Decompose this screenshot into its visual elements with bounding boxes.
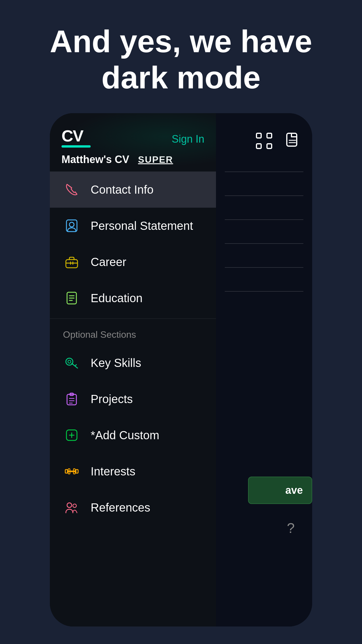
content-line-5	[225, 267, 303, 268]
sign-in-button[interactable]: Sign In	[172, 133, 204, 145]
sidebar-label-personal-statement: Personal Statement	[91, 219, 193, 232]
sidebar-item-contact-info[interactable]: Contact Info	[50, 172, 216, 208]
content-lines	[225, 163, 303, 292]
sidebar-label-key-skills: Key Skills	[91, 356, 141, 370]
cv-underline	[61, 145, 91, 148]
svg-point-27	[67, 503, 72, 508]
svg-rect-32	[267, 144, 272, 148]
svg-line-12	[75, 365, 76, 366]
save-button[interactable]: ave	[248, 477, 312, 504]
help-indicator: ?	[287, 520, 295, 536]
content-line-4	[225, 243, 303, 244]
sidebar-item-education[interactable]: Education	[50, 280, 216, 316]
cv-logo: CV	[61, 128, 91, 150]
svg-rect-2	[66, 260, 78, 268]
sidebar-item-key-skills[interactable]: Key Skills	[50, 345, 216, 381]
svg-rect-29	[256, 133, 261, 138]
sidebar-label-references: References	[91, 501, 150, 514]
content-line-2	[225, 195, 303, 196]
plus-square-icon	[63, 426, 80, 444]
person-badge-icon	[63, 217, 80, 235]
content-line-3	[225, 219, 303, 220]
sidebar-label-interests: Interests	[91, 465, 135, 478]
hero-line2: dark mode	[23, 60, 339, 96]
svg-rect-31	[267, 133, 272, 138]
phone-icon	[63, 181, 80, 198]
cv-logo-row: CV Sign In	[61, 128, 204, 150]
sidebar-label-projects: Projects	[91, 393, 133, 406]
content-line-6	[225, 291, 303, 292]
sidebar-item-career[interactable]: Career	[50, 244, 216, 280]
top-icons	[254, 131, 303, 151]
sidebar-label-contact-info: Contact Info	[91, 183, 154, 196]
optional-sections-heading: Optional Sections	[50, 321, 216, 345]
sidebar-label-education: Education	[91, 292, 143, 305]
cv-title-row: Matthew's CV SUPER	[61, 153, 204, 166]
education-icon	[63, 289, 80, 307]
nav-section: Contact Info Personal Statement	[50, 172, 216, 626]
document-button[interactable]	[283, 131, 303, 151]
sidebar-item-projects[interactable]: Projects	[50, 381, 216, 417]
sidebar-item-personal-statement[interactable]: Personal Statement	[50, 208, 216, 244]
briefcase-icon	[63, 253, 80, 271]
svg-rect-30	[256, 144, 261, 148]
sidebar-label-add-custom: *Add Custom	[91, 429, 159, 442]
content-line-1	[225, 172, 303, 172]
phone-mockup: CV Sign In Matthew's CV SUPER Contact In…	[50, 113, 312, 626]
sidebar-item-interests[interactable]: Interests	[50, 453, 216, 489]
svg-point-28	[73, 504, 76, 508]
clipboard-list-icon	[63, 390, 80, 408]
cv-title: Matthew's CV	[61, 153, 129, 166]
hero-line1: And yes, we have	[23, 23, 339, 60]
hero-section: And yes, we have dark mode	[0, 0, 362, 113]
svg-point-1	[69, 222, 74, 227]
sidebar: CV Sign In Matthew's CV SUPER Contact In…	[50, 113, 216, 626]
sidebar-item-add-custom[interactable]: *Add Custom	[50, 417, 216, 453]
svg-point-13	[68, 360, 71, 363]
sidebar-header: CV Sign In Matthew's CV SUPER	[50, 113, 216, 172]
sidebar-label-career: Career	[91, 256, 126, 269]
person-group-icon	[63, 499, 80, 516]
super-badge: SUPER	[138, 154, 173, 165]
key-icon	[63, 354, 80, 372]
scan-button[interactable]	[254, 131, 274, 151]
sidebar-item-references[interactable]: References	[50, 489, 216, 526]
main-content: ave ?	[216, 113, 312, 626]
svg-line-11	[72, 363, 78, 368]
nav-divider	[50, 318, 216, 319]
svg-point-10	[66, 358, 73, 365]
dumbbell-icon	[63, 463, 80, 480]
